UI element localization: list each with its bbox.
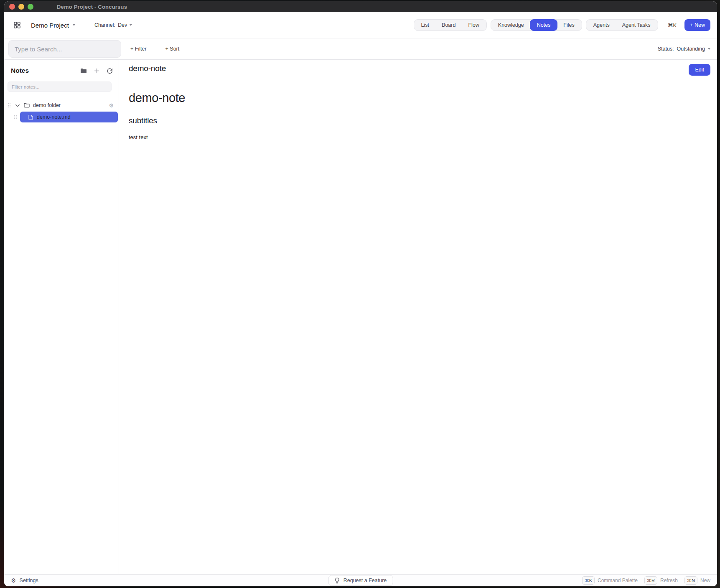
sidebar-header-icons (80, 68, 113, 74)
close-window-button[interactable] (9, 4, 15, 10)
app-window: Demo Project - Concursus Demo Project Ch… (4, 1, 717, 586)
tab-agents[interactable]: Agents (587, 20, 616, 30)
channel-switcher[interactable]: Channel: Dev (94, 22, 132, 28)
settings-button[interactable]: ⚙ Settings (11, 578, 38, 583)
refresh-shortcut[interactable]: ⌘R Refresh (644, 576, 678, 584)
tree-file-selected[interactable]: demo-note.md (20, 112, 118, 122)
sidebar-title: Notes (11, 67, 29, 74)
filter-notes-input[interactable] (8, 81, 112, 92)
sort-button[interactable]: + Sort (156, 43, 189, 55)
note-header: demo-note Edit (129, 64, 710, 76)
search-input[interactable] (8, 40, 121, 58)
tab-agent-tasks[interactable]: Agent Tasks (616, 20, 657, 30)
drag-handle-icon[interactable] (8, 103, 11, 108)
add-note-icon[interactable] (94, 68, 99, 74)
command-palette-shortcut[interactable]: ⌘K Command Palette (582, 576, 638, 584)
tab-board[interactable]: Board (435, 20, 462, 30)
note-content: demo-note Edit demo-note subtitles test … (119, 60, 717, 574)
lightbulb-icon (335, 578, 340, 584)
chevron-down-icon (130, 24, 132, 26)
main-area: Notes (4, 60, 717, 574)
kbd-badge: ⌘N (684, 576, 697, 584)
status-dropdown[interactable]: Status: Outstanding (658, 46, 710, 52)
notes-sidebar: Notes (4, 60, 119, 574)
status-value: Outstanding (677, 46, 705, 52)
shortcut-label: New (700, 578, 710, 583)
tab-files[interactable]: Files (557, 20, 580, 30)
chevron-down-icon (708, 48, 710, 50)
settings-label: Settings (20, 578, 38, 583)
zoom-window-button[interactable] (28, 4, 33, 10)
layout-view-switcher: List Board Flow (414, 19, 487, 31)
folder-settings-icon[interactable]: ⚙ (109, 103, 114, 108)
edit-button[interactable]: Edit (689, 64, 710, 76)
note-heading-2: subtitles (129, 116, 710, 125)
request-feature-button[interactable]: Request a Feature (328, 575, 393, 586)
note-title: demo-note (129, 64, 166, 73)
new-folder-icon[interactable] (80, 68, 87, 74)
statusbar-shortcuts: ⌘K Command Palette ⌘R Refresh ⌘N New (582, 576, 710, 584)
drag-handle-icon[interactable] (14, 115, 17, 120)
content-view-switcher: Knowledge Notes Files (491, 19, 582, 31)
toolbar: Demo Project Channel: Dev List Board Flo… (4, 12, 717, 38)
folder-icon (24, 103, 30, 108)
sidebar-header: Notes (4, 63, 119, 78)
filter-button[interactable]: + Filter (121, 43, 156, 55)
note-paragraph: test text (129, 134, 710, 140)
notes-tree: demo folder ⚙ (4, 100, 119, 122)
minimize-window-button[interactable] (18, 4, 24, 10)
refresh-icon[interactable] (107, 68, 113, 74)
chevron-down-icon[interactable] (15, 104, 20, 107)
command-palette-shortcut[interactable]: ⌘K (668, 22, 677, 28)
shortcut-label: Command Palette (598, 578, 638, 583)
project-name: Demo Project (31, 22, 69, 29)
chevron-down-icon (73, 24, 75, 26)
traffic-lights (9, 4, 33, 10)
gear-icon: ⚙ (11, 578, 16, 583)
file-name: demo-note.md (37, 114, 71, 120)
note-heading-1: demo-note (129, 91, 710, 105)
tab-flow[interactable]: Flow (462, 20, 485, 30)
shortcut-label: Refresh (660, 578, 678, 583)
tree-file-row: demo-note.md (4, 112, 119, 122)
tab-knowledge[interactable]: Knowledge (492, 20, 530, 30)
search-filter-bar: + Filter + Sort Status: Outstanding (4, 38, 717, 60)
file-icon (28, 115, 33, 120)
tab-notes[interactable]: Notes (530, 19, 558, 31)
status-label: Status: (658, 46, 674, 52)
kbd-badge: ⌘R (644, 576, 657, 584)
toolbar-right: List Board Flow Knowledge Notes Files Ag… (414, 19, 710, 31)
folder-name: demo folder (33, 102, 61, 108)
tab-list[interactable]: List (415, 20, 435, 30)
kbd-badge: ⌘K (582, 576, 595, 584)
new-shortcut[interactable]: ⌘N New (684, 576, 710, 584)
agents-view-switcher: Agents Agent Tasks (586, 19, 658, 31)
project-switcher[interactable]: Demo Project (31, 22, 75, 29)
channel-label: Channel: (94, 22, 115, 28)
window-title: Demo Project - Concursus (57, 4, 127, 10)
titlebar: Demo Project - Concursus (4, 1, 717, 12)
request-feature-label: Request a Feature (343, 578, 387, 583)
new-button[interactable]: + New (684, 19, 710, 31)
status-bar: ⚙ Settings Request a Feature ⌘K Command … (4, 574, 717, 586)
apps-grid-icon[interactable] (13, 21, 21, 29)
tree-folder-row[interactable]: demo folder ⚙ (4, 100, 119, 110)
channel-value: Dev (118, 22, 127, 28)
